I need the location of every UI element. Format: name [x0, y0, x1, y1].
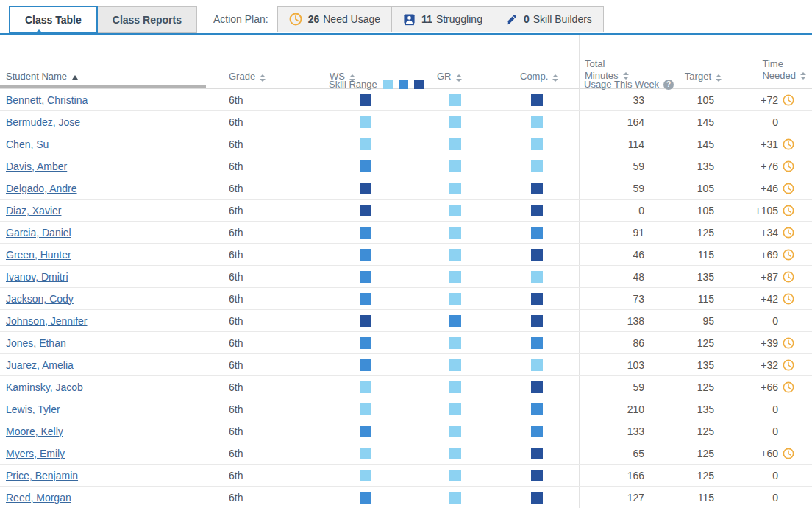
student-link[interactable]: Delgado, Andre — [6, 183, 77, 194]
column-header-comp[interactable]: Comp. — [515, 35, 579, 89]
column-header-time-needed[interactable]: Time Needed — [724, 35, 812, 89]
ws-cell — [324, 420, 432, 442]
comp-swatch — [531, 227, 543, 239]
gr-cell — [432, 177, 515, 199]
table-row: Jackson, Cody 6th 73 115 +42 — [0, 288, 812, 310]
student-link[interactable]: Bermudez, Jose — [6, 116, 80, 128]
ws-swatch — [360, 116, 371, 128]
student-link[interactable]: Jones, Ethan — [6, 337, 66, 349]
ws-cell — [324, 89, 432, 110]
comp-cell — [515, 465, 579, 486]
gr-swatch — [449, 160, 461, 172]
time-needed-value: +72 — [761, 94, 778, 106]
target-cell: 115 — [655, 487, 724, 508]
student-link[interactable]: Moore, Kelly — [6, 426, 63, 437]
gr-cell — [432, 398, 515, 420]
column-header-gr[interactable]: GR — [432, 35, 515, 89]
gr-cell — [432, 266, 515, 287]
gr-swatch — [449, 138, 461, 150]
time-needed-value: +46 — [761, 183, 778, 194]
student-link[interactable]: Jackson, Cody — [6, 293, 74, 305]
grade-cell: 6th — [221, 354, 324, 375]
comp-cell — [515, 89, 579, 110]
time-needed-clock-icon — [783, 205, 794, 216]
grade-cell: 6th — [221, 89, 324, 110]
comp-cell — [515, 155, 579, 177]
time-needed-cell: 0 — [724, 487, 812, 508]
usage-this-week-group: Usage This Week ? — [584, 79, 674, 90]
student-link[interactable]: Davis, Amber — [6, 160, 67, 172]
grade-cell: 6th — [221, 200, 324, 221]
comp-swatch — [531, 160, 543, 172]
column-header-grade[interactable]: Grade — [221, 35, 324, 89]
time-needed-cell: +46 — [724, 177, 812, 199]
skill-range-label: Skill Range — [329, 79, 377, 90]
tab-class-reports[interactable]: Class Reports — [97, 6, 197, 33]
horizontal-scrollbar[interactable] — [0, 85, 206, 88]
need-usage-button[interactable]: 26 Need Usage — [277, 6, 392, 32]
ws-swatch — [360, 249, 371, 261]
student-link[interactable]: Juarez, Amelia — [6, 359, 74, 371]
ws-swatch — [360, 227, 371, 239]
gr-cell — [432, 376, 515, 398]
student-link[interactable]: Garcia, Daniel — [6, 227, 71, 239]
time-needed-value: 0 — [772, 116, 778, 128]
ws-swatch — [360, 205, 371, 216]
student-link[interactable]: Price, Benjamin — [6, 470, 78, 481]
ws-cell — [324, 354, 432, 375]
comp-cell — [515, 487, 579, 508]
grade-cell: 6th — [221, 465, 324, 486]
table-row: Chen, Su 6th 114 145 +31 — [0, 133, 812, 155]
grade-cell: 6th — [221, 266, 324, 287]
table-row: Lewis, Tyler 6th 210 135 0 — [0, 398, 812, 420]
student-link[interactable]: Diaz, Xavier — [6, 205, 61, 216]
student-link[interactable]: Green, Hunter — [6, 249, 71, 261]
tab-class-table[interactable]: Class Table — [9, 6, 98, 33]
time-needed-cell: +34 — [724, 222, 812, 243]
ws-cell — [324, 310, 432, 331]
table-row: Delgado, Andre 6th 59 105 +46 — [0, 177, 812, 200]
ws-swatch — [360, 183, 371, 194]
student-cell: Johnson, Jennifer — [0, 310, 221, 331]
gr-swatch — [449, 183, 461, 194]
target-cell: 95 — [655, 310, 724, 331]
target-cell: 125 — [655, 376, 724, 398]
gr-cell — [432, 200, 515, 221]
target-cell: 125 — [655, 222, 724, 243]
ws-cell — [324, 133, 432, 155]
student-link[interactable]: Bennett, Christina — [6, 94, 88, 106]
comp-swatch — [531, 359, 543, 371]
ws-swatch — [360, 426, 371, 437]
student-link[interactable]: Ivanov, Dmitri — [6, 271, 68, 283]
student-cell: Ivanov, Dmitri — [0, 266, 221, 287]
sort-icon — [800, 72, 806, 80]
time-needed-value: +66 — [761, 381, 778, 393]
skill-low-swatch — [383, 80, 393, 89]
student-link[interactable]: Myers, Emily — [6, 448, 65, 459]
skill-builders-button[interactable]: 0 Skill Builders — [494, 6, 604, 32]
help-icon[interactable]: ? — [663, 80, 674, 90]
skill-builders-count: 0 — [524, 13, 530, 25]
student-link[interactable]: Kaminsky, Jacob — [6, 381, 83, 393]
grade-cell: 6th — [221, 133, 324, 155]
gr-swatch — [449, 426, 461, 437]
time-needed-value: +42 — [761, 293, 778, 305]
student-cell: Jones, Ethan — [0, 332, 221, 353]
total-minutes-cell: 33 — [579, 89, 655, 110]
total-minutes-cell: 59 — [579, 155, 655, 177]
student-link[interactable]: Chen, Su — [6, 138, 49, 150]
comp-cell — [515, 354, 579, 375]
ws-swatch — [360, 381, 371, 393]
gr-swatch — [449, 448, 461, 459]
struggling-button[interactable]: 11 Struggling — [391, 6, 494, 32]
ws-swatch — [360, 160, 371, 172]
column-header-student-name[interactable]: Student Name — [0, 35, 221, 89]
target-cell: 125 — [655, 465, 724, 486]
comp-cell — [515, 442, 579, 464]
student-link[interactable]: Reed, Morgan — [6, 492, 71, 504]
student-link[interactable]: Johnson, Jennifer — [6, 315, 88, 327]
gr-cell — [432, 332, 515, 353]
gr-swatch — [449, 359, 461, 371]
student-link[interactable]: Lewis, Tyler — [6, 403, 60, 415]
time-needed-cell: +42 — [724, 288, 812, 309]
